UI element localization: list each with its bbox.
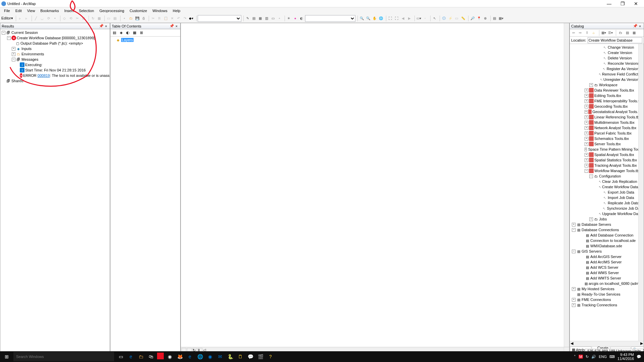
- edit-tool-icon[interactable]: ▹: [17, 15, 23, 21]
- html-popup-icon[interactable]: ▭: [454, 15, 460, 21]
- catalog-tool[interactable]: ↖Unregister As Versioned: [571, 77, 643, 82]
- scale-combo[interactable]: [198, 15, 241, 22]
- toolbox-node[interactable]: +Geocoding Tools.tbx: [571, 104, 643, 109]
- toc-tree[interactable]: ◆Layers: [110, 37, 180, 353]
- georef-icon[interactable]: ◐: [299, 15, 305, 21]
- cut-polygons-icon[interactable]: ✂: [74, 15, 80, 21]
- menu-file[interactable]: File: [1, 8, 13, 13]
- panel-close-icon[interactable]: ×: [638, 24, 642, 28]
- hosted-services[interactable]: +▤My Hosted Services: [571, 286, 643, 292]
- back-extent-icon[interactable]: ◀: [400, 15, 406, 21]
- jobs-toolset[interactable]: +🗀Jobs: [571, 216, 643, 222]
- reshape-icon[interactable]: ⟲: [68, 15, 74, 21]
- chrome-icon[interactable]: ◉: [166, 353, 174, 361]
- gis-server-item[interactable]: ▤Add WMTS Server: [571, 275, 643, 281]
- gis-server-item[interactable]: ▤Add ArcIMS Server: [571, 259, 643, 265]
- pan-icon[interactable]: ✋: [371, 15, 378, 21]
- db-conn-item[interactable]: ▤Add Database Connection: [571, 232, 643, 238]
- delete-icon[interactable]: ✕: [169, 15, 175, 21]
- split-icon[interactable]: ⊟: [81, 15, 87, 21]
- fixed-zoom-in-icon[interactable]: ⛶: [387, 15, 393, 21]
- layer-combo[interactable]: [305, 15, 355, 22]
- explorer-icon[interactable]: 🗀: [137, 353, 145, 361]
- db-conn-item[interactable]: ▤Connection to localhost.sde: [571, 238, 643, 243]
- zoom-in-icon[interactable]: 🔍: [359, 15, 365, 21]
- back-icon[interactable]: ⇦: [571, 30, 577, 36]
- clear-selection-icon[interactable]: ▫: [422, 15, 428, 21]
- point-icon[interactable]: •: [52, 15, 58, 21]
- toolbox-node[interactable]: +FME Interoperability Tools.tbx: [571, 98, 643, 104]
- effects-icon[interactable]: ☀: [286, 15, 292, 21]
- tracking-connections[interactable]: +▤Tracking Connections: [571, 302, 643, 308]
- map-view[interactable]: ↻ ‖ ◁: [181, 23, 569, 353]
- tray-clock[interactable]: 9:43 PM 11/4/2016: [617, 353, 634, 361]
- catalog-tool[interactable]: ↖Upgrade Workflow Database: [571, 211, 643, 216]
- catalog-hscroll[interactable]: ◀▶: [570, 341, 644, 346]
- tray-sync-icon[interactable]: ↻: [586, 355, 589, 359]
- menu-help[interactable]: Help: [170, 8, 183, 13]
- menu-selection[interactable]: Selection: [76, 8, 97, 13]
- toolbox-node[interactable]: +Tracking Analyst Tools.tbx: [571, 163, 643, 168]
- measure-icon[interactable]: 📏: [460, 15, 466, 21]
- list-by-drawing-icon[interactable]: ▤: [112, 30, 117, 36]
- task-view-icon[interactable]: ▭: [117, 353, 125, 361]
- app2-icon[interactable]: ◉: [206, 353, 214, 361]
- create-features-icon[interactable]: ▤: [112, 15, 118, 21]
- python-icon[interactable]: 🐍: [226, 353, 234, 361]
- menu-customize[interactable]: Customize: [127, 8, 150, 13]
- create-viewer-icon[interactable]: ▦▾: [498, 15, 504, 21]
- connect-gis-icon[interactable]: ▦: [631, 30, 637, 36]
- connect-folder-icon[interactable]: 🗀: [617, 30, 624, 36]
- close-button[interactable]: ✕: [629, 1, 643, 6]
- shared-node[interactable]: Shared: [11, 79, 23, 83]
- panel-close-icon[interactable]: ×: [104, 24, 108, 28]
- catalog-vscroll[interactable]: [638, 44, 644, 341]
- layers-node[interactable]: Layers: [121, 38, 134, 42]
- cut-icon[interactable]: ✂: [150, 15, 156, 21]
- select-features-icon[interactable]: ▭▾: [416, 15, 422, 21]
- menu-insert[interactable]: Insert: [61, 8, 76, 13]
- pin-icon[interactable]: 📌: [99, 24, 104, 28]
- toolbox-node[interactable]: +Space Time Pattern Mining Tools.py: [571, 147, 643, 152]
- gis-servers[interactable]: −▤GIS Servers: [571, 249, 643, 254]
- catalog-tool[interactable]: ↖Replicate Job Data: [571, 200, 643, 206]
- tray-m-icon[interactable]: M: [579, 355, 583, 359]
- catalog-tool[interactable]: ↖Create Workflow Database: [571, 184, 643, 190]
- pin-icon[interactable]: 📌: [633, 24, 638, 28]
- minimize-button[interactable]: —: [602, 1, 616, 6]
- toolbox-node[interactable]: +Server Tools.tbx: [571, 141, 643, 147]
- toolbox-node[interactable]: +Spatial Analyst Tools.tbx: [571, 152, 643, 157]
- edit-annotation-icon[interactable]: ▹: [23, 15, 30, 21]
- editor-dropdown[interactable]: Editor▾: [1, 16, 14, 20]
- menu-windows[interactable]: Windows: [150, 8, 170, 13]
- current-session-node[interactable]: Current Session: [11, 31, 38, 35]
- db-conn-item[interactable]: ▤WMXDatabase.sde: [571, 243, 643, 249]
- find-route-icon[interactable]: 📍: [476, 15, 482, 21]
- messages-node[interactable]: Messages: [21, 57, 38, 61]
- config-toolset[interactable]: −🗀Configuration: [571, 173, 643, 179]
- model-builder-icon[interactable]: ▫: [277, 15, 283, 21]
- edit-vertices-icon[interactable]: ◇: [61, 15, 67, 21]
- add-data-icon[interactable]: ◆▾: [188, 15, 194, 21]
- results-tree[interactable]: −🗐Current Session −✕Create Workflow Data…: [0, 29, 110, 353]
- output-param[interactable]: Output Database Path (*.jtc): <empty>: [20, 41, 83, 45]
- toolbox-node[interactable]: +Data Reviewer Tools.tbx: [571, 88, 643, 93]
- help-icon[interactable]: ?: [266, 353, 275, 361]
- toolbox-node[interactable]: +Geostatistical Analyst Tools.tbx: [571, 109, 643, 114]
- find-icon[interactable]: 🔎: [469, 15, 476, 21]
- straight-segment-icon[interactable]: ╱: [33, 15, 39, 21]
- catalog-tool[interactable]: ↖Import Job Data: [571, 195, 643, 200]
- gis-server-item[interactable]: ▤Add ArcGIS Server: [571, 254, 643, 259]
- toolbox-node[interactable]: +Editing Tools.tbx: [571, 93, 643, 98]
- up-icon[interactable]: ⇧: [584, 30, 590, 36]
- workspace-node[interactable]: +🗀Workspace: [571, 82, 643, 88]
- catalog-tool[interactable]: ↖Delete Version: [571, 55, 643, 61]
- fme-connections[interactable]: +▤FME Connections: [571, 297, 643, 302]
- tray-volume-icon[interactable]: 🔊: [591, 355, 596, 359]
- arcmap-icon[interactable]: 🌐: [196, 353, 204, 361]
- fwd-icon[interactable]: ⇨: [577, 30, 583, 36]
- start-button[interactable]: ⊞: [0, 354, 13, 359]
- zoom-out-icon[interactable]: 🔍: [365, 15, 371, 21]
- catalog-tool[interactable]: ↖Synchronize Job Data: [571, 206, 643, 211]
- fixed-zoom-out-icon[interactable]: ⛶: [394, 15, 400, 21]
